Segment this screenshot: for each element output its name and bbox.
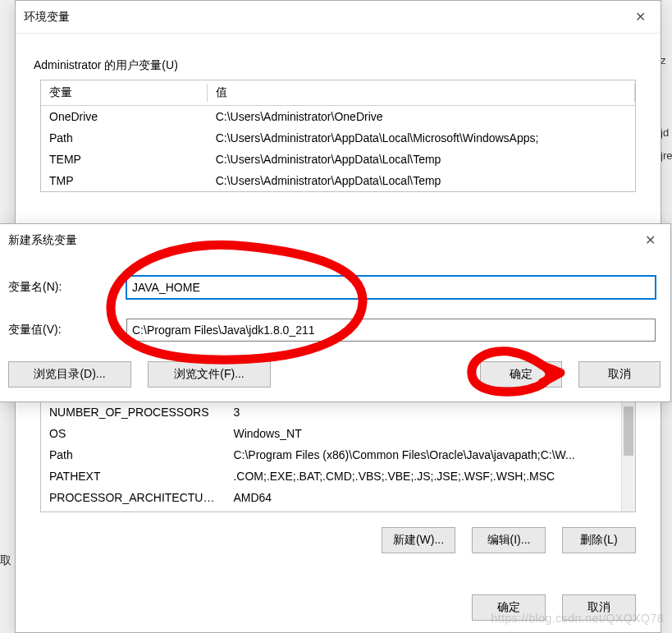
edit-system-var-button[interactable]: 编辑(I)...	[472, 527, 546, 553]
var-value-cell: C:\Users\Administrator\AppData\Local\Tem…	[208, 170, 635, 191]
var-value-cell: C:\Users\Administrator\AppData\Local\Tem…	[208, 149, 635, 170]
var-value-cell: C:\Users\Administrator\OneDrive	[208, 106, 635, 128]
table-row[interactable]: PathC:\Users\Administrator\AppData\Local…	[41, 127, 635, 149]
table-row[interactable]: PATHEXT.COM;.EXE;.BAT;.CMD;.VBS;.VBE;.JS…	[41, 466, 635, 487]
browse-dir-button[interactable]: 浏览目录(D)...	[8, 361, 131, 388]
var-name-cell: PROCESSOR_ARCHITECTURE	[41, 487, 225, 508]
dialog-ok-button[interactable]: 确定	[480, 361, 562, 388]
user-vars-label: Administrator 的用户变量(U)	[16, 34, 661, 80]
var-name-cell: NUMBER_OF_PROCESSORS	[41, 401, 225, 423]
var-value-input[interactable]	[126, 319, 656, 342]
var-name-label: 变量名(N):	[5, 280, 126, 295]
table-row[interactable]: TEMPC:\Users\Administrator\AppData\Local…	[41, 149, 635, 170]
col-variable[interactable]: 变量	[41, 80, 208, 106]
var-name-cell: PATHEXT	[41, 466, 225, 487]
var-value-cell: 3	[225, 401, 635, 423]
var-name-cell: TMP	[41, 170, 208, 191]
delete-system-var-button[interactable]: 删除(L)	[562, 527, 636, 553]
var-value-cell: AMD64	[225, 487, 635, 508]
dialog-cancel-button[interactable]: 取消	[578, 361, 661, 388]
table-row[interactable]: PROCESSOR_IDENTIFIERIntel64 Family 6 Mod…	[41, 508, 635, 512]
close-icon[interactable]: ✕	[638, 229, 662, 251]
table-row[interactable]: OSWindows_NT	[41, 423, 635, 444]
var-name-cell: Path	[41, 127, 208, 149]
var-value-cell: .COM;.EXE;.BAT;.CMD;.VBS;.VBE;.JS;.JSE;.…	[225, 466, 635, 487]
table-row[interactable]: TMPC:\Users\Administrator\AppData\Local\…	[41, 170, 635, 191]
col-value[interactable]: 值	[208, 80, 635, 106]
var-value-cell: Intel64 Family 6 Model 142 Stepping 10, …	[225, 508, 635, 512]
var-name-cell: Path	[41, 444, 225, 466]
user-vars-table[interactable]: 变量 值 OneDriveC:\Users\Administrator\OneD…	[40, 80, 636, 192]
var-value-cell: Windows_NT	[225, 423, 635, 444]
system-vars-table[interactable]: DriverDataC:\Windows\System32\Drivers\Dr…	[40, 389, 636, 512]
var-name-cell: PROCESSOR_IDENTIFIER	[41, 508, 225, 512]
table-row[interactable]: PROCESSOR_ARCHITECTUREAMD64	[41, 487, 635, 508]
var-value-cell: C:\Users\Administrator\AppData\Local\Mic…	[208, 127, 635, 149]
background-fragment: z jd jre	[661, 49, 672, 167]
watermark: https://blog.csdn.net/QXQXQ78	[491, 612, 664, 625]
var-name-input[interactable]	[126, 276, 656, 299]
var-name-cell: OS	[41, 423, 225, 444]
table-row[interactable]: PathC:\Program Files (x86)\Common Files\…	[41, 444, 635, 466]
table-row[interactable]: NUMBER_OF_PROCESSORS3	[41, 401, 635, 423]
close-icon[interactable]: ✕	[629, 6, 652, 28]
var-value-cell: C:\Program Files (x86)\Common Files\Orac…	[225, 444, 635, 466]
var-name-cell: TEMP	[41, 149, 208, 170]
browse-file-button[interactable]: 浏览文件(F)...	[148, 361, 271, 388]
new-system-var-button[interactable]: 新建(W)...	[382, 527, 455, 553]
background-cancel-fragment: 取	[0, 550, 11, 571]
var-name-cell: OneDrive	[41, 106, 208, 128]
table-row[interactable]: OneDriveC:\Users\Administrator\OneDrive	[41, 106, 635, 128]
env-title: 环境变量	[24, 10, 70, 25]
dialog-title: 新建系统变量	[8, 233, 77, 248]
scrollbar[interactable]	[621, 390, 635, 511]
env-titlebar: 环境变量 ✕	[16, 1, 661, 34]
new-system-variable-dialog: 新建系统变量 ✕ 变量名(N): 变量值(V): 浏览目录(D)... 浏览文件…	[0, 223, 671, 402]
var-value-label: 变量值(V):	[5, 323, 126, 337]
